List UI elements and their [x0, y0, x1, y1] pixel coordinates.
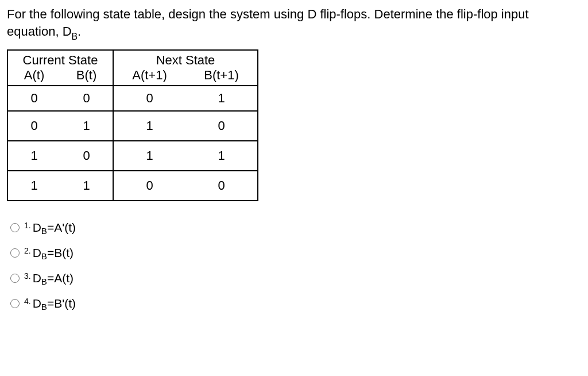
question-line2-sub: B — [72, 32, 78, 41]
question-line2-suffix: . — [78, 24, 81, 39]
option-3-label: 3. DB=A(t) — [24, 271, 74, 285]
col-a-current: A(t) — [8, 68, 60, 83]
option-3-radio[interactable] — [10, 274, 20, 283]
col-a-next: A(t+1) — [114, 68, 185, 83]
header-next-state: Next State — [113, 50, 258, 68]
option-4-radio[interactable] — [10, 299, 20, 308]
table-cell: 00 — [7, 86, 113, 111]
option-1[interactable]: 1. DB=A'(t) — [10, 221, 581, 235]
option-2-label: 2. DB=B(t) — [24, 246, 74, 260]
option-2[interactable]: 2. DB=B(t) — [10, 246, 581, 260]
question-line2-prefix: equation, D — [7, 24, 72, 39]
option-4[interactable]: 4. DB=B'(t) — [10, 297, 581, 310]
state-table: Current State Next State A(t) B(t) A(t+1… — [7, 49, 258, 201]
table-cell: 11 — [113, 141, 258, 171]
subheader-current: A(t) B(t) — [7, 68, 113, 86]
header-current-state: Current State — [7, 50, 113, 68]
option-1-radio[interactable] — [10, 223, 20, 232]
col-b-current: B(t) — [60, 68, 113, 83]
table-cell: 11 — [7, 171, 113, 201]
table-cell: 10 — [113, 111, 258, 141]
option-4-label: 4. DB=B'(t) — [24, 297, 76, 310]
table-cell: 00 — [113, 171, 258, 201]
options-group: 1. DB=A'(t) 2. DB=B(t) 3. DB=A(t) 4. DB=… — [10, 221, 581, 310]
table-cell: 10 — [7, 141, 113, 171]
option-1-label: 1. DB=A'(t) — [24, 221, 76, 235]
col-b-next: B(t+1) — [185, 68, 257, 83]
table-cell: 01 — [113, 86, 258, 111]
question-prompt: For the following state table, design th… — [7, 6, 581, 41]
subheader-next: A(t+1) B(t+1) — [113, 68, 258, 86]
question-line1: For the following state table, design th… — [7, 7, 529, 21]
option-3[interactable]: 3. DB=A(t) — [10, 271, 581, 285]
option-2-radio[interactable] — [10, 248, 20, 258]
table-cell: 01 — [7, 111, 113, 141]
